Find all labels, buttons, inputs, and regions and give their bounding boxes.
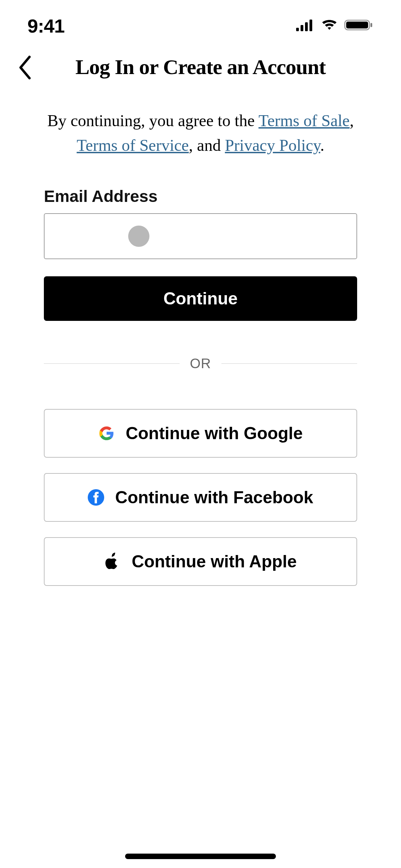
facebook-icon [88,489,104,506]
svg-rect-2 [305,22,308,31]
terms-of-service-link[interactable]: Terms of Service [77,136,189,154]
home-indicator[interactable] [125,854,276,859]
continue-button[interactable]: Continue [44,276,357,321]
status-bar: 9:41 [0,0,401,45]
cellular-signal-icon [296,19,315,33]
google-button-label: Continue with Google [126,423,303,443]
status-time: 9:41 [27,15,64,37]
chevron-left-icon [17,55,32,80]
facebook-button-label: Continue with Facebook [115,487,313,507]
terms-of-sale-link[interactable]: Terms of Sale [258,111,350,130]
email-field[interactable] [44,213,357,259]
wifi-icon [321,19,338,33]
continue-with-facebook-button[interactable]: Continue with Facebook [44,473,357,522]
email-label: Email Address [44,187,357,206]
apple-icon [104,553,121,570]
svg-rect-6 [370,23,372,27]
divider-line-right [221,363,357,364]
svg-rect-1 [301,25,303,31]
email-input-wrapper [44,213,357,259]
google-icon [98,425,115,442]
continue-with-google-button[interactable]: Continue with Google [44,409,357,458]
agreement-text: By continuing, you agree to the Terms of… [32,108,369,158]
svg-rect-3 [309,20,312,31]
apple-button-label: Continue with Apple [132,552,296,571]
status-icons [296,18,374,33]
nav-header: Log In or Create an Account [0,45,401,93]
battery-icon [344,18,374,33]
divider-line-left [44,363,180,364]
svg-rect-5 [346,22,368,28]
page-title: Log In or Create an Account [14,55,387,79]
continue-with-apple-button[interactable]: Continue with Apple [44,537,357,586]
divider-text: OR [190,356,211,371]
back-button[interactable] [17,55,32,82]
content: By continuing, you agree to the Terms of… [0,93,401,586]
privacy-policy-link[interactable]: Privacy Policy [225,136,320,154]
divider: OR [44,356,357,371]
svg-rect-0 [296,28,299,31]
